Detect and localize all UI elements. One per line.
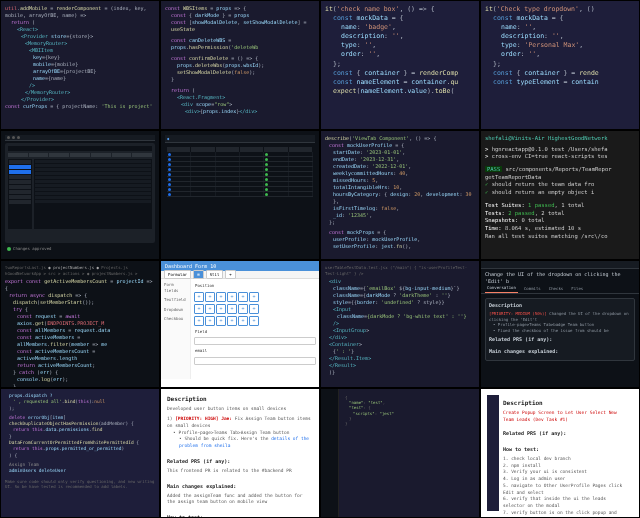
code-panel-test-type-dropdown: it('Check type dropdown', () const mockD…: [480, 0, 640, 130]
form-input[interactable]: [194, 357, 316, 365]
dashboard-panel-table: ◆: [160, 130, 320, 260]
code-panel-render-component: util.addMobile = renderComponent = (inde…: [0, 0, 160, 130]
tab-checks[interactable]: Checks: [547, 285, 565, 293]
github-header: [481, 261, 639, 269]
form-input[interactable]: [194, 337, 316, 345]
code-panel-permissions: props.dispatch ? ' , requested all'.bind…: [0, 388, 160, 518]
pr-description-panel-2: Description Create Popup Screen to Let U…: [480, 388, 640, 518]
tab-field-button[interactable]: ⊞: [193, 270, 203, 280]
dark-sidebar: [487, 395, 499, 511]
section-heading: Description: [503, 399, 629, 407]
form-canvas[interactable]: Position ++++++ ++++++ ++++++ Field emai…: [191, 279, 319, 379]
grid-cell-button[interactable]: +: [194, 292, 204, 302]
section-heading: Related PRS (if any):: [503, 430, 629, 437]
pr-description-panel-1: Description Developed user button items …: [160, 388, 320, 518]
dashboard-panel-list: Changes approved: [0, 130, 160, 260]
pr-description-box: Description [PRIORITY: MEDIUM (50%)] Cha…: [485, 298, 635, 361]
form-builder-toolbar[interactable]: Formular ⊞ Stil +: [161, 271, 319, 279]
section-heading: Description: [167, 395, 313, 403]
section-heading: Main changes explained:: [167, 483, 313, 490]
section-heading: How to test:: [503, 446, 629, 453]
test-pass-badge: PASS: [485, 166, 502, 172]
code-panel-describe-viewtab: describe('ViewTab Component', () => { co…: [320, 130, 480, 260]
app-tabs[interactable]: [8, 153, 152, 157]
terminal-prompt: shefali@Vinits-Air HighestGoodNetwork: [485, 135, 635, 143]
code-panel-project-numbers: twoReportsLast.js ● projectNumbers.js ● …: [0, 260, 160, 388]
section-heading: Related PRS (if any):: [167, 458, 313, 465]
tab-style-button[interactable]: Stil: [206, 270, 224, 280]
table-row[interactable]: [167, 192, 313, 197]
app-header: ◆: [165, 135, 315, 143]
tab-conversation[interactable]: Conversation: [485, 284, 518, 293]
app-title-bar: [8, 146, 152, 151]
main-content: [34, 159, 152, 229]
editor-sidebar[interactable]: [321, 389, 339, 517]
code-panel-wbs-items: const WBSItems = props => { const { dark…: [160, 0, 320, 130]
code-panel-test-name-box: it('check name box', () => { const mockD…: [320, 0, 480, 130]
form-sidebar[interactable]: Form fields Textfield Dropdown Checkbox: [161, 279, 191, 379]
status-bar: Changes approved: [5, 245, 155, 253]
code-panel-jsx-darkmode: userTableTestData.test.jsx ("/main") { "…: [320, 260, 480, 388]
section-heading: How to test:: [167, 514, 313, 518]
tab-commits[interactable]: Commits: [522, 285, 543, 293]
window-chrome: [5, 135, 155, 141]
terminal-panel-jest: shefali@Vinits-Air HighestGoodNetwork > …: [480, 130, 640, 260]
tab-files[interactable]: Files: [569, 285, 585, 293]
github-pr-panel: Change the UI of the dropdown on clickin…: [480, 260, 640, 388]
sidebar[interactable]: [8, 159, 32, 229]
form-builder-panel: Dashboard Form 10 Formular ⊞ Stil + Form…: [160, 260, 320, 388]
pr-tabs[interactable]: Conversation Commits Checks Files: [481, 287, 639, 294]
tab-add-button[interactable]: +: [225, 270, 235, 280]
code-panel-with-sidebar: { "name": "test", "test": { "scripts": "…: [320, 388, 480, 518]
status-ok-icon: [7, 247, 11, 251]
tab-form-button[interactable]: Formular: [164, 270, 191, 280]
